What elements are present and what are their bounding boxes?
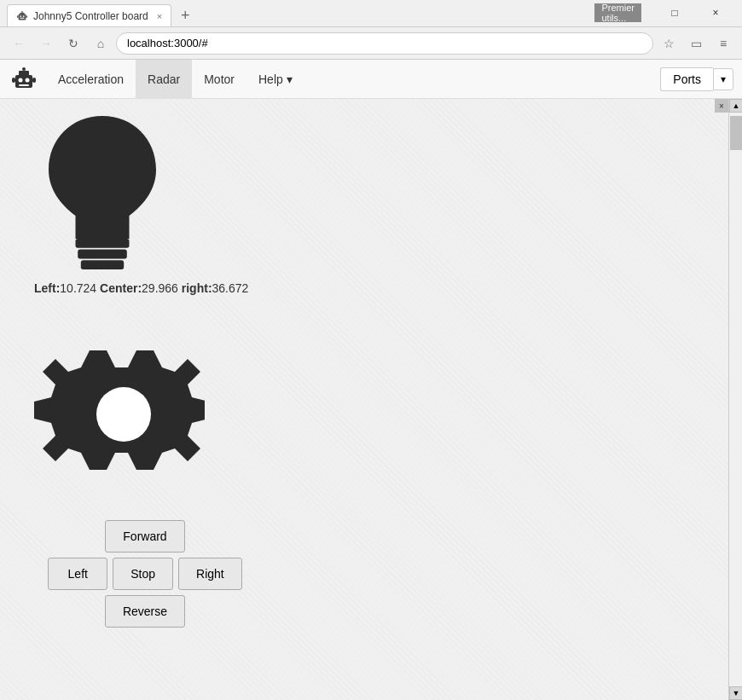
refresh-button[interactable]: ↻ [61,32,85,55]
main-wrapper: × Left:10.724 Center:29.966 [0,99,742,700]
stop-button[interactable]: Stop [113,558,173,590]
lightbulb-icon [34,116,188,273]
back-button[interactable]: ← [7,32,31,55]
new-tab-button[interactable]: + [173,4,197,26]
middle-row: Left Stop Right [48,558,242,590]
svg-rect-5 [20,17,24,18]
right-button[interactable]: Right [178,558,242,590]
address-input[interactable] [116,32,653,55]
active-tab[interactable]: Johnny5 Controller board × [7,4,171,26]
svg-point-4 [23,15,25,17]
forward-button[interactable]: Forward [105,520,184,552]
reverse-row: Reverse [105,595,185,628]
svg-rect-14 [12,78,15,83]
scrollbar-thumb[interactable] [730,116,742,150]
scrollbar-up-arrow[interactable]: ▲ [729,99,742,113]
content-close-x[interactable]: × [715,99,728,113]
menu-icon[interactable]: ≡ [711,32,735,55]
nav-acceleration[interactable]: Acceleration [46,60,136,99]
svg-rect-16 [76,239,130,248]
close-button[interactable]: × [696,3,735,22]
tab-close-button[interactable]: × [157,11,162,21]
ports-group: Ports ▾ [660,67,733,91]
svg-point-12 [26,78,30,82]
premier-utils-badge: Premier utils... [594,3,641,22]
forward-row: Forward [105,520,184,552]
address-bar: ← → ↻ ⌂ ☆ ▭ ≡ [0,27,742,60]
home-button[interactable]: ⌂ [89,32,113,55]
center-value: 29.966 [142,281,178,295]
robot-logo [10,66,38,93]
scrollbar-down-arrow[interactable]: ▼ [729,686,742,700]
svg-point-20 [96,387,151,442]
main-content: × Left:10.724 Center:29.966 [0,99,728,700]
svg-rect-6 [17,15,19,18]
help-dropdown-icon: ▾ [287,72,293,86]
right-label: right: [182,281,212,295]
center-label: Center: [100,281,142,295]
nav-help[interactable]: Help ▾ [246,60,304,99]
sensor-readings: Left:10.724 Center:29.966 right:36.672 [34,281,711,295]
tab-label: Johnny5 Controller board [33,10,148,22]
svg-rect-17 [78,250,127,259]
svg-rect-13 [19,84,29,86]
titlebar: Johnny5 Controller board × + Premier uti… [0,0,742,27]
cast-icon[interactable]: ▭ [684,32,708,55]
gear-icon [34,312,205,512]
bookmark-icon[interactable]: ☆ [657,32,681,55]
svg-rect-10 [22,67,26,71]
nav-motor[interactable]: Motor [192,60,246,99]
tab-favicon [16,10,28,22]
maximize-button[interactable]: □ [655,3,694,22]
brand-icon [9,64,39,95]
gear-svg [34,312,205,508]
left-value: 10.724 [60,281,96,295]
ports-dropdown-button[interactable]: ▾ [713,68,733,90]
svg-rect-0 [19,14,26,20]
left-label: Left: [34,281,60,295]
left-button[interactable]: Left [48,558,107,590]
svg-rect-7 [26,15,27,18]
svg-rect-18 [81,260,124,269]
svg-point-3 [20,15,21,17]
reverse-button[interactable]: Reverse [105,595,185,628]
right-value: 36.672 [212,281,249,295]
lightbulb-svg [34,116,171,269]
svg-point-11 [19,78,23,82]
content-inner: Left:10.724 Center:29.966 right:36.672 F… [0,99,728,653]
app-navbar: Acceleration Radar Motor Help ▾ Ports ▾ [0,60,742,99]
svg-rect-1 [20,12,24,14]
svg-rect-9 [19,71,29,76]
ports-button[interactable]: Ports [660,67,713,91]
tab-area: Johnny5 Controller board × + [7,0,197,26]
svg-rect-15 [32,78,36,83]
svg-rect-2 [21,10,23,12]
nav-radar[interactable]: Radar [136,60,192,99]
window-controls: Premier utils... ─ □ × [614,3,735,22]
scrollbar-right[interactable]: ▲ ▼ [728,99,742,700]
controls-area: Forward Left Stop Right Reverse [51,520,239,628]
forward-button[interactable]: → [34,32,58,55]
